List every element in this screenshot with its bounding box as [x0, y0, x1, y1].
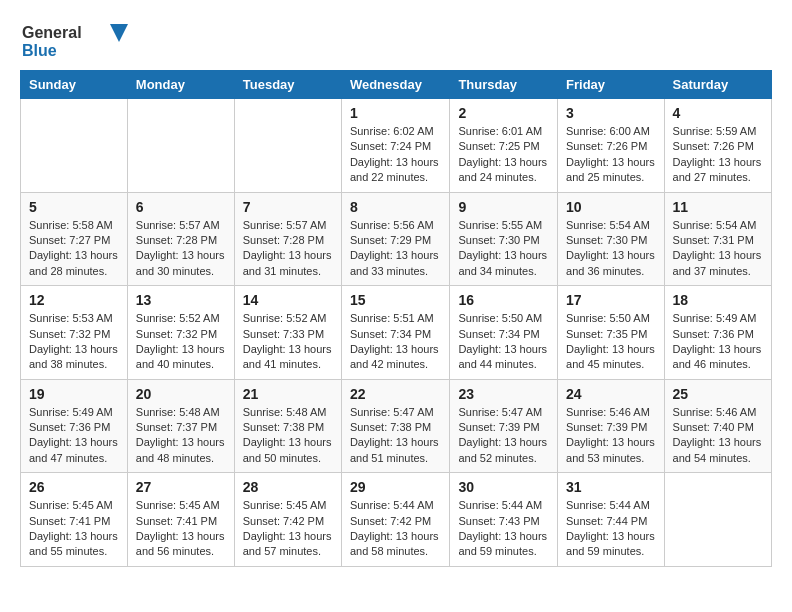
- day-info: Sunrise: 6:01 AM Sunset: 7:25 PM Dayligh…: [458, 124, 549, 186]
- day-info: Sunrise: 5:49 AM Sunset: 7:36 PM Dayligh…: [29, 405, 119, 467]
- day-number: 23: [458, 386, 549, 402]
- calendar-cell: 28Sunrise: 5:45 AM Sunset: 7:42 PM Dayli…: [234, 473, 341, 567]
- day-info: Sunrise: 5:45 AM Sunset: 7:41 PM Dayligh…: [136, 498, 226, 560]
- calendar-cell: 8Sunrise: 5:56 AM Sunset: 7:29 PM Daylig…: [341, 192, 450, 286]
- logo: GeneralBlue: [20, 20, 130, 60]
- day-header-saturday: Saturday: [664, 71, 771, 99]
- week-row-4: 19Sunrise: 5:49 AM Sunset: 7:36 PM Dayli…: [21, 379, 772, 473]
- calendar-cell: 1Sunrise: 6:02 AM Sunset: 7:24 PM Daylig…: [341, 99, 450, 193]
- calendar: SundayMondayTuesdayWednesdayThursdayFrid…: [20, 70, 772, 567]
- calendar-cell: 29Sunrise: 5:44 AM Sunset: 7:42 PM Dayli…: [341, 473, 450, 567]
- week-row-1: 1Sunrise: 6:02 AM Sunset: 7:24 PM Daylig…: [21, 99, 772, 193]
- calendar-cell: 21Sunrise: 5:48 AM Sunset: 7:38 PM Dayli…: [234, 379, 341, 473]
- calendar-cell: 9Sunrise: 5:55 AM Sunset: 7:30 PM Daylig…: [450, 192, 558, 286]
- day-header-monday: Monday: [127, 71, 234, 99]
- calendar-cell: 15Sunrise: 5:51 AM Sunset: 7:34 PM Dayli…: [341, 286, 450, 380]
- calendar-cell: 14Sunrise: 5:52 AM Sunset: 7:33 PM Dayli…: [234, 286, 341, 380]
- day-number: 1: [350, 105, 442, 121]
- day-number: 18: [673, 292, 763, 308]
- calendar-cell: 19Sunrise: 5:49 AM Sunset: 7:36 PM Dayli…: [21, 379, 128, 473]
- days-header-row: SundayMondayTuesdayWednesdayThursdayFrid…: [21, 71, 772, 99]
- day-info: Sunrise: 5:53 AM Sunset: 7:32 PM Dayligh…: [29, 311, 119, 373]
- day-number: 10: [566, 199, 656, 215]
- calendar-cell: 10Sunrise: 5:54 AM Sunset: 7:30 PM Dayli…: [558, 192, 665, 286]
- calendar-cell: 27Sunrise: 5:45 AM Sunset: 7:41 PM Dayli…: [127, 473, 234, 567]
- day-header-wednesday: Wednesday: [341, 71, 450, 99]
- calendar-cell: 18Sunrise: 5:49 AM Sunset: 7:36 PM Dayli…: [664, 286, 771, 380]
- day-number: 6: [136, 199, 226, 215]
- day-number: 14: [243, 292, 333, 308]
- day-number: 8: [350, 199, 442, 215]
- calendar-cell: 6Sunrise: 5:57 AM Sunset: 7:28 PM Daylig…: [127, 192, 234, 286]
- day-header-sunday: Sunday: [21, 71, 128, 99]
- calendar-cell: 5Sunrise: 5:58 AM Sunset: 7:27 PM Daylig…: [21, 192, 128, 286]
- calendar-cell: 7Sunrise: 5:57 AM Sunset: 7:28 PM Daylig…: [234, 192, 341, 286]
- day-info: Sunrise: 5:51 AM Sunset: 7:34 PM Dayligh…: [350, 311, 442, 373]
- day-header-friday: Friday: [558, 71, 665, 99]
- day-number: 29: [350, 479, 442, 495]
- day-info: Sunrise: 5:57 AM Sunset: 7:28 PM Dayligh…: [243, 218, 333, 280]
- calendar-cell: 26Sunrise: 5:45 AM Sunset: 7:41 PM Dayli…: [21, 473, 128, 567]
- day-number: 20: [136, 386, 226, 402]
- day-info: Sunrise: 5:52 AM Sunset: 7:33 PM Dayligh…: [243, 311, 333, 373]
- week-row-2: 5Sunrise: 5:58 AM Sunset: 7:27 PM Daylig…: [21, 192, 772, 286]
- day-number: 27: [136, 479, 226, 495]
- calendar-cell: 23Sunrise: 5:47 AM Sunset: 7:39 PM Dayli…: [450, 379, 558, 473]
- day-info: Sunrise: 5:49 AM Sunset: 7:36 PM Dayligh…: [673, 311, 763, 373]
- calendar-cell: 4Sunrise: 5:59 AM Sunset: 7:26 PM Daylig…: [664, 99, 771, 193]
- calendar-cell: 12Sunrise: 5:53 AM Sunset: 7:32 PM Dayli…: [21, 286, 128, 380]
- day-info: Sunrise: 5:52 AM Sunset: 7:32 PM Dayligh…: [136, 311, 226, 373]
- day-info: Sunrise: 5:46 AM Sunset: 7:40 PM Dayligh…: [673, 405, 763, 467]
- day-number: 11: [673, 199, 763, 215]
- day-info: Sunrise: 5:50 AM Sunset: 7:35 PM Dayligh…: [566, 311, 656, 373]
- day-info: Sunrise: 5:47 AM Sunset: 7:38 PM Dayligh…: [350, 405, 442, 467]
- day-info: Sunrise: 5:45 AM Sunset: 7:41 PM Dayligh…: [29, 498, 119, 560]
- day-number: 30: [458, 479, 549, 495]
- day-info: Sunrise: 5:46 AM Sunset: 7:39 PM Dayligh…: [566, 405, 656, 467]
- calendar-cell: [21, 99, 128, 193]
- day-info: Sunrise: 5:50 AM Sunset: 7:34 PM Dayligh…: [458, 311, 549, 373]
- calendar-cell: 17Sunrise: 5:50 AM Sunset: 7:35 PM Dayli…: [558, 286, 665, 380]
- day-info: Sunrise: 5:56 AM Sunset: 7:29 PM Dayligh…: [350, 218, 442, 280]
- day-info: Sunrise: 5:59 AM Sunset: 7:26 PM Dayligh…: [673, 124, 763, 186]
- calendar-cell: 22Sunrise: 5:47 AM Sunset: 7:38 PM Dayli…: [341, 379, 450, 473]
- day-info: Sunrise: 5:57 AM Sunset: 7:28 PM Dayligh…: [136, 218, 226, 280]
- day-number: 21: [243, 386, 333, 402]
- calendar-cell: 11Sunrise: 5:54 AM Sunset: 7:31 PM Dayli…: [664, 192, 771, 286]
- calendar-cell: 30Sunrise: 5:44 AM Sunset: 7:43 PM Dayli…: [450, 473, 558, 567]
- calendar-cell: 24Sunrise: 5:46 AM Sunset: 7:39 PM Dayli…: [558, 379, 665, 473]
- day-info: Sunrise: 5:44 AM Sunset: 7:42 PM Dayligh…: [350, 498, 442, 560]
- day-header-tuesday: Tuesday: [234, 71, 341, 99]
- day-number: 25: [673, 386, 763, 402]
- day-info: Sunrise: 5:44 AM Sunset: 7:43 PM Dayligh…: [458, 498, 549, 560]
- calendar-cell: 20Sunrise: 5:48 AM Sunset: 7:37 PM Dayli…: [127, 379, 234, 473]
- calendar-cell: 13Sunrise: 5:52 AM Sunset: 7:32 PM Dayli…: [127, 286, 234, 380]
- day-number: 15: [350, 292, 442, 308]
- day-number: 4: [673, 105, 763, 121]
- day-info: Sunrise: 5:58 AM Sunset: 7:27 PM Dayligh…: [29, 218, 119, 280]
- day-number: 5: [29, 199, 119, 215]
- day-info: Sunrise: 5:55 AM Sunset: 7:30 PM Dayligh…: [458, 218, 549, 280]
- svg-text:General: General: [22, 24, 82, 41]
- calendar-cell: 3Sunrise: 6:00 AM Sunset: 7:26 PM Daylig…: [558, 99, 665, 193]
- calendar-cell: 2Sunrise: 6:01 AM Sunset: 7:25 PM Daylig…: [450, 99, 558, 193]
- calendar-cell: 16Sunrise: 5:50 AM Sunset: 7:34 PM Dayli…: [450, 286, 558, 380]
- day-number: 28: [243, 479, 333, 495]
- day-header-thursday: Thursday: [450, 71, 558, 99]
- day-number: 17: [566, 292, 656, 308]
- calendar-cell: [664, 473, 771, 567]
- day-info: Sunrise: 6:00 AM Sunset: 7:26 PM Dayligh…: [566, 124, 656, 186]
- day-info: Sunrise: 5:54 AM Sunset: 7:30 PM Dayligh…: [566, 218, 656, 280]
- day-number: 7: [243, 199, 333, 215]
- day-number: 26: [29, 479, 119, 495]
- day-info: Sunrise: 5:45 AM Sunset: 7:42 PM Dayligh…: [243, 498, 333, 560]
- day-number: 31: [566, 479, 656, 495]
- day-number: 19: [29, 386, 119, 402]
- day-number: 16: [458, 292, 549, 308]
- day-info: Sunrise: 5:48 AM Sunset: 7:37 PM Dayligh…: [136, 405, 226, 467]
- svg-text:Blue: Blue: [22, 42, 57, 59]
- calendar-cell: 31Sunrise: 5:44 AM Sunset: 7:44 PM Dayli…: [558, 473, 665, 567]
- day-number: 9: [458, 199, 549, 215]
- calendar-cell: [234, 99, 341, 193]
- day-number: 22: [350, 386, 442, 402]
